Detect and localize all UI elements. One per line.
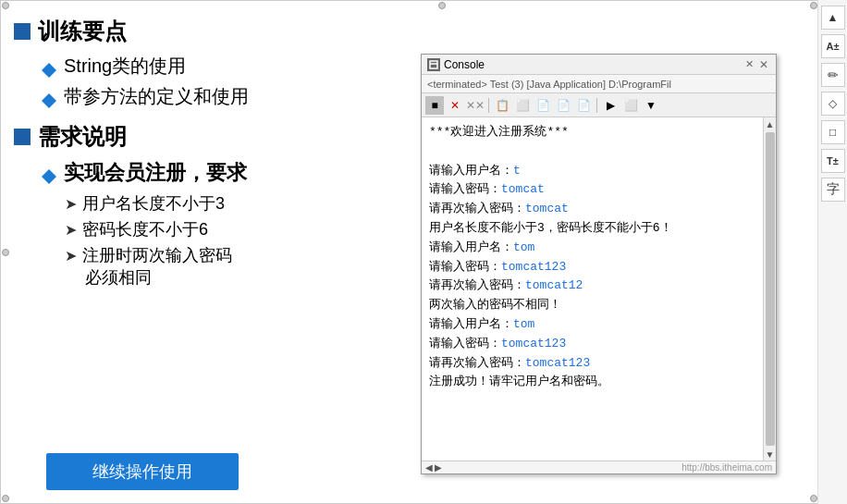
main-content: 训练要点 String类的使用 带参方法的定义和使用 需求说明 实现会员注册，要… — [0, 0, 847, 504]
watermark-text: http://bbs.itheima.com — [681, 462, 772, 473]
console-title-text: Console — [444, 58, 742, 71]
section-title-text-1: 训练要点 — [38, 17, 127, 46]
sub-bullet-text-3a: 注册时两次输入密码 — [82, 244, 232, 266]
console-content: ***欢迎进入注册系统*** 请输入用户名：t 请输入密码：tomcat 请再次… — [422, 117, 763, 461]
console-line-4: 请输入用户名：tom — [429, 239, 755, 258]
bullet-text-string: String类的使用 — [64, 54, 186, 79]
console-input-8: tom — [513, 317, 534, 331]
h-scroll-right[interactable]: ▶ — [435, 462, 442, 473]
arrow-icon-3: ➤ — [65, 247, 77, 264]
console-tool-dropdown[interactable]: ▼ — [642, 96, 660, 115]
console-line-2: 请再次输入密码：tomcat — [429, 200, 755, 219]
sub-bullet-text-1: 用户名长度不小于3 — [82, 192, 225, 215]
console-input-9: tomcat123 — [501, 337, 566, 350]
scroll-thumb[interactable] — [766, 132, 775, 446]
console-tool-paste[interactable]: ⬜ — [513, 96, 532, 115]
sub-bullet-text-3b: 必须相同 — [85, 268, 152, 287]
bullet-text-register: 实现会员注册，要求 — [64, 159, 247, 187]
section-training-points: 训练要点 — [14, 17, 829, 46]
console-line-9: 请输入密码：tomcat123 — [429, 335, 755, 354]
console-toolbar: ■ ✕ ✕✕ 📋 ⬜ 📄 📄 📄 ▶ ⬜ ▼ — [422, 93, 776, 117]
console-line-11: 注册成功！请牢记用户名和密码。 — [429, 373, 755, 392]
console-tool-run[interactable]: ▶ — [601, 96, 620, 115]
console-input-4: tom — [513, 240, 534, 254]
diamond-icon-3 — [42, 169, 56, 177]
arrow-icon-1: ➤ — [65, 195, 77, 213]
console-input-2: tomcat — [525, 202, 569, 215]
console-bottom-bar: ◀ ▶ http://bbs.itheima.com — [422, 461, 776, 473]
console-input-0: t — [513, 164, 521, 178]
console-empty-1 — [429, 142, 755, 162]
console-title-icon — [427, 58, 440, 71]
toolbar-icon-diamond[interactable]: ◇ — [821, 92, 845, 116]
console-window: Console ✕ ✕ <terminated> Test (3) [Java … — [421, 54, 777, 474]
console-status-bar: <terminated> Test (3) [Java Application]… — [422, 75, 776, 93]
console-tool-doc3[interactable]: 📄 — [574, 96, 593, 115]
sub-bullet-text-2: 密码长度不小于6 — [82, 218, 208, 240]
slide-right-toolbar: ▲ A± ✏ ◇ □ T± 字 — [817, 0, 847, 504]
console-body: ***欢迎进入注册系统*** 请输入用户名：t 请输入密码：tomcat 请再次… — [422, 117, 776, 461]
console-line-8: 请输入用户名：tom — [429, 315, 755, 335]
scroll-up-arrow[interactable]: ▲ — [764, 117, 777, 130]
console-input-1: tomcat — [501, 182, 545, 196]
bullet-text-method: 带参方法的定义和使用 — [64, 84, 249, 109]
toolbar-icon-font-size[interactable]: A± — [821, 34, 845, 58]
console-line-0: 请输入用户名：t — [429, 162, 755, 181]
diamond-icon-1 — [42, 63, 56, 70]
console-tool-remove[interactable]: ✕✕ — [466, 96, 485, 115]
toolbar-icon-scroll-up[interactable]: ▲ — [821, 6, 845, 30]
toolbar-icon-pencil[interactable]: ✏ — [821, 63, 845, 87]
console-title-bar: Console ✕ ✕ — [422, 55, 776, 75]
console-welcome: ***欢迎进入注册系统*** — [429, 123, 755, 142]
toolbar-separator-2 — [596, 98, 597, 113]
toolbar-icon-square[interactable]: □ — [821, 120, 845, 144]
console-line-7: 两次输入的密码不相同！ — [429, 296, 755, 315]
console-line-3: 用户名长度不能小于3，密码长度不能小于6！ — [429, 219, 755, 239]
console-line-10: 请再次输入密码：tomcat123 — [429, 354, 755, 374]
blue-square-icon-2 — [14, 129, 31, 145]
svg-rect-0 — [430, 61, 437, 68]
console-tool-stop[interactable]: ■ — [425, 96, 444, 115]
console-close-button[interactable]: ✕ — [757, 58, 770, 71]
console-line-6: 请再次输入密码：tomcat12 — [429, 277, 755, 296]
toolbar-icon-chinese[interactable]: 字 — [821, 178, 845, 202]
console-tool-terminate[interactable]: ✕ — [446, 96, 464, 115]
console-tool-doc1[interactable]: 📄 — [534, 96, 552, 115]
h-scroll-left[interactable]: ◀ — [425, 462, 433, 473]
scroll-down-arrow[interactable]: ▼ — [764, 448, 777, 461]
console-line-1: 请输入密码：tomcat — [429, 180, 755, 200]
console-tool-open[interactable]: ⬜ — [621, 96, 640, 115]
console-input-5: tomcat123 — [501, 260, 566, 274]
console-tab-label: ✕ — [745, 58, 754, 70]
continue-button[interactable]: 继续操作使用 — [46, 453, 239, 490]
console-input-6: tomcat12 — [525, 278, 583, 292]
console-line-5: 请输入密码：tomcat123 — [429, 258, 755, 277]
console-tool-doc2[interactable]: 📄 — [554, 96, 572, 115]
diamond-icon-2 — [42, 93, 56, 101]
console-input-10: tomcat123 — [525, 356, 590, 370]
toolbar-separator-1 — [488, 98, 489, 113]
section-title-text-2: 需求说明 — [38, 122, 127, 152]
toolbar-icon-text-size[interactable]: T± — [821, 149, 845, 173]
blue-square-icon — [14, 23, 31, 40]
console-h-scrollbar[interactable]: ◀ ▶ — [425, 462, 442, 473]
console-scrollbar[interactable]: ▲ ▼ — [763, 117, 776, 461]
arrow-icon-2: ➤ — [65, 221, 77, 239]
console-status-text: <terminated> Test (3) [Java Application]… — [427, 79, 671, 90]
console-tool-copy[interactable]: 📋 — [493, 96, 511, 115]
